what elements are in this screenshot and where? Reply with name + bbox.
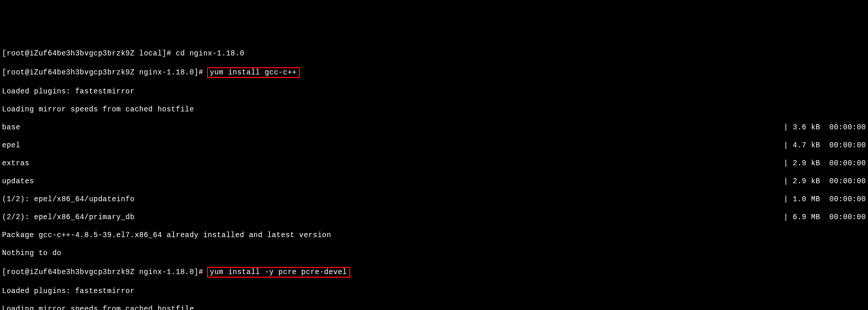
download-item: (2/2): epel/x86_64/primary_db (2, 213, 135, 222)
shell-prompt: [root@iZuf64be3h3bvgcp3brzk9Z nginx-1.18… (2, 268, 208, 276)
repo-name: epel (2, 141, 21, 150)
repo-size: | 1.0 MB 00:00:00 (773, 195, 866, 204)
repo-size: | 2.9 kB 00:00:00 (773, 159, 866, 168)
repo-line: base| 3.6 kB 00:00:00 (2, 123, 866, 132)
repo-name: extras (2, 159, 29, 168)
repo-size: | 6.9 MB 00:00:00 (773, 213, 866, 222)
output-line: Loading mirror speeds from cached hostfi… (2, 305, 866, 311)
terminal-line: [root@iZuf64be3h3bvgcp3brzk9Z nginx-1.18… (2, 67, 866, 79)
output-line: Package gcc-c++-4.8.5-39.el7.x86_64 alre… (2, 231, 866, 240)
repo-line: (1/2): epel/x86_64/updateinfo| 1.0 MB 00… (2, 195, 866, 204)
repo-size: | 2.9 kB 00:00:00 (773, 177, 866, 186)
repo-line: (2/2): epel/x86_64/primary_db| 6.9 MB 00… (2, 213, 866, 222)
output-line: Loaded plugins: fastestmirror (2, 87, 866, 96)
repo-line: epel| 4.7 kB 00:00:00 (2, 141, 866, 150)
download-item: (1/2): epel/x86_64/updateinfo (2, 195, 135, 204)
shell-prompt: [root@iZuf64be3h3bvgcp3brzk9Z nginx-1.18… (2, 68, 208, 76)
terminal-line: [root@iZuf64be3h3bvgcp3brzk9Z local]# cd… (2, 49, 866, 59)
repo-size: | 4.7 kB 00:00:00 (773, 141, 866, 150)
terminal-line: [root@iZuf64be3h3bvgcp3brzk9Z nginx-1.18… (2, 267, 866, 278)
shell-prompt: [root@iZuf64be3h3bvgcp3brzk9Z local]# (2, 49, 176, 57)
terminal-output: [root@iZuf64be3h3bvgcp3brzk9Z local]# cd… (2, 40, 866, 310)
command-text: cd nginx-1.18.0 (176, 49, 244, 57)
output-line: Loaded plugins: fastestmirror (2, 287, 866, 296)
repo-name: base (2, 123, 21, 132)
output-line: Nothing to do (2, 249, 866, 258)
highlighted-command: yum install gcc-c++ (207, 67, 300, 79)
output-line: Loading mirror speeds from cached hostfi… (2, 105, 866, 114)
highlighted-command: yum install -y pcre pcre-devel (207, 267, 350, 278)
repo-size: | 3.6 kB 00:00:00 (773, 123, 866, 132)
repo-line: extras| 2.9 kB 00:00:00 (2, 159, 866, 168)
repo-name: updates (2, 177, 34, 186)
repo-line: updates| 2.9 kB 00:00:00 (2, 177, 866, 186)
